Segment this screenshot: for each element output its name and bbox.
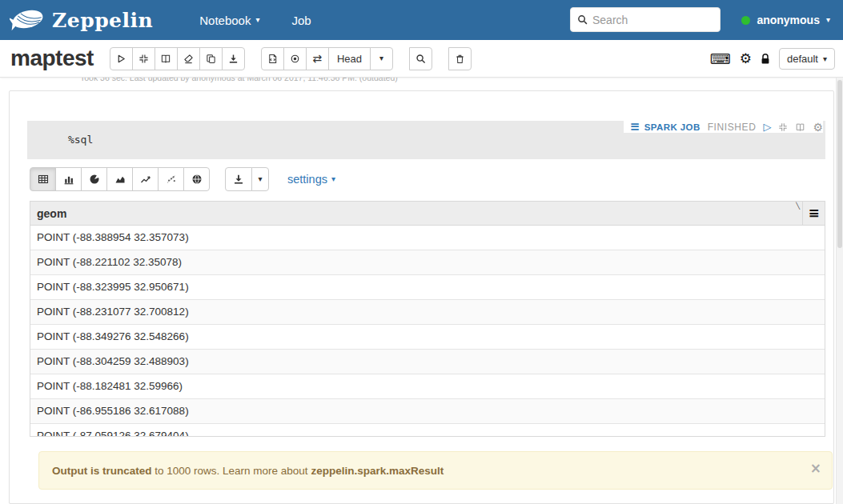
download-data-button[interactable]	[225, 167, 252, 191]
spark-job-label: SPARK JOB	[644, 122, 700, 132]
interpreter-binding-label: default	[787, 53, 818, 65]
paragraph-card: %sql SELECT * FROM wktpoint ≡ SPARK JOB …	[9, 90, 834, 504]
settings-label: settings	[287, 173, 327, 186]
alert-text: Output is truncated to 1000 rows. Learn …	[52, 465, 444, 477]
keyboard-shortcuts-icon[interactable]: ⌨	[710, 52, 731, 66]
search-code-button[interactable]	[409, 47, 432, 70]
online-status-icon	[741, 16, 750, 25]
pie-chart-button[interactable]	[81, 167, 107, 191]
table-row: POINT (-87.059126 32.679404)	[30, 424, 825, 437]
nav-item-label: Job	[291, 14, 311, 27]
paragraph-controls: ≡ SPARK JOB FINISHED ▷ ⚙	[624, 121, 823, 133]
table-row: POINT (-88.349276 32.548266)	[30, 325, 825, 350]
note-action-group	[110, 47, 245, 70]
chevron-down-icon: ▾	[255, 16, 259, 24]
scrollbar-thumb[interactable]	[837, 80, 842, 248]
delete-group	[448, 47, 472, 70]
zeppelin-brand[interactable]: Zeppelin	[10, 6, 153, 34]
line-chart-button[interactable]	[132, 167, 159, 191]
top-navbar: Zeppelin Notebook ▾ Job anonymous ▾	[0, 0, 843, 40]
note-title[interactable]: maptest	[10, 46, 94, 71]
table-chart-button[interactable]	[30, 167, 56, 191]
remove-note-button[interactable]	[448, 47, 472, 70]
note-toolbar: maptest ⇄ Head	[0, 40, 843, 78]
search-box	[570, 7, 721, 32]
previous-paragraph-footer: Took 36 sec. Last updated by anonymous a…	[0, 78, 843, 86]
table-row: POINT (-88.221102 32.35078)	[30, 250, 825, 275]
column-resize-handle[interactable]: ╲	[796, 203, 800, 210]
run-all-button[interactable]	[110, 47, 133, 70]
table-row: POINT (-88.231077 32.700812)	[30, 300, 825, 325]
page-scrollbar[interactable]	[836, 78, 843, 504]
compare-revisions-button[interactable]: ⇄	[306, 47, 329, 70]
collapse-code-button[interactable]	[132, 47, 155, 70]
version-control-button[interactable]	[261, 47, 284, 70]
visualization-row: ▾ settings ▾	[30, 167, 335, 191]
area-chart-button[interactable]	[106, 167, 133, 191]
chevron-down-icon: ▾	[258, 175, 262, 183]
map-chart-button[interactable]	[183, 167, 210, 191]
paragraph-settings-icon[interactable]: ⚙	[813, 122, 823, 133]
gear-icon[interactable]: ⚙	[740, 52, 752, 66]
revision-head-button[interactable]: Head	[328, 47, 371, 70]
table-row: POINT (-86.955186 32.617088)	[30, 399, 825, 424]
table-row: POINT (-88.323995 32.950671)	[30, 275, 825, 300]
run-paragraph-icon[interactable]: ▷	[763, 122, 771, 132]
chevron-down-icon: ▾	[331, 175, 335, 183]
show-editor-icon[interactable]	[795, 122, 805, 132]
zeppelin-logo-icon	[10, 6, 46, 34]
user-menu[interactable]: anonymous ▾	[741, 0, 830, 40]
bar-chart-button[interactable]	[55, 167, 82, 191]
chart-type-group	[30, 167, 210, 191]
main-nav: Notebook ▾ Job	[199, 14, 311, 27]
nav-item-label: Notebook	[199, 14, 251, 27]
show-output-button[interactable]	[155, 47, 178, 70]
settings-toggle[interactable]: settings ▾	[287, 173, 335, 186]
revision-group: ⇄ Head ▾	[261, 47, 393, 70]
nav-item-job[interactable]: Job	[291, 14, 311, 27]
hamburger-icon: ≡	[808, 206, 819, 220]
interpreter-binding-button[interactable]: default ▾	[779, 48, 835, 70]
download-options-button[interactable]: ▾	[251, 167, 269, 191]
search-input[interactable]	[592, 14, 737, 26]
truncation-alert: Output is truncated to 1000 rows. Learn …	[38, 451, 833, 490]
compare-icon: ⇄	[313, 53, 323, 64]
scatter-chart-button[interactable]	[158, 167, 184, 191]
nav-item-notebook[interactable]: Notebook ▾	[199, 14, 259, 27]
user-name: anonymous	[757, 14, 820, 26]
export-note-button[interactable]	[222, 47, 245, 70]
result-table: geom ╲ ≡ POINT (-88.388954 32.357073) PO…	[30, 201, 825, 437]
clear-output-button[interactable]	[177, 47, 200, 70]
table-header-row: geom ╲ ≡	[30, 202, 825, 226]
brand-title: Zeppelin	[52, 9, 153, 32]
job-status: FINISHED	[708, 122, 757, 133]
table-row: POINT (-88.182481 32.59966)	[30, 374, 825, 399]
revision-label: Head	[337, 53, 362, 65]
toolbar-right: ⌨ ⚙ default ▾	[710, 40, 835, 78]
download-group: ▾	[225, 167, 269, 191]
search-group	[409, 47, 432, 70]
search-icon	[577, 14, 588, 25]
chevron-down-icon: ▾	[823, 55, 827, 63]
list-icon: ≡	[630, 121, 640, 133]
spark-job-link[interactable]: ≡ SPARK JOB	[630, 121, 700, 133]
chevron-down-icon: ▾	[379, 54, 383, 62]
table-row: POINT (-88.304259 32.488903)	[30, 350, 825, 374]
close-icon[interactable]: ×	[810, 462, 821, 475]
table-menu-button[interactable]: ≡	[802, 202, 825, 225]
column-header-geom[interactable]: geom ╲	[30, 202, 802, 225]
chevron-down-icon: ▾	[826, 16, 830, 24]
revision-dropdown-button[interactable]: ▾	[370, 47, 393, 70]
table-row: POINT (-88.388954 32.357073)	[30, 226, 825, 250]
collapse-paragraph-icon[interactable]	[778, 122, 788, 132]
clone-note-button[interactable]	[199, 47, 223, 70]
set-revision-button[interactable]	[283, 47, 307, 70]
lock-icon[interactable]	[761, 53, 770, 65]
